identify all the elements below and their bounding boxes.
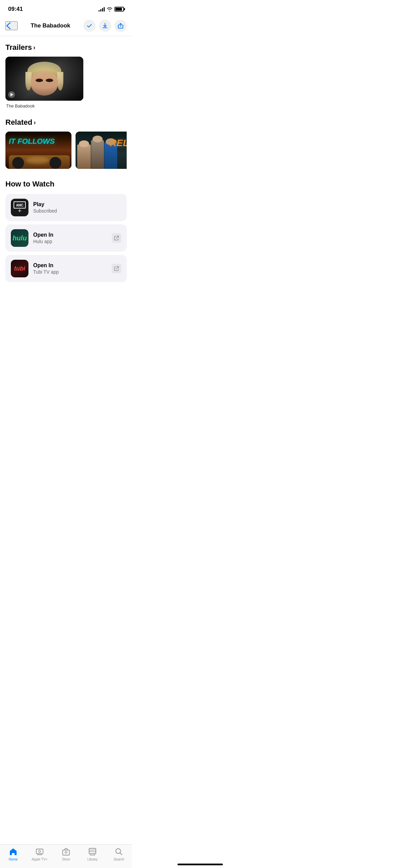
related-section: Related › IT FOLLOWS <box>5 118 127 170</box>
main-content: Trailers › <box>0 36 132 323</box>
tubi-app-icon: tubi <box>11 260 28 277</box>
status-time: 09:41 <box>8 6 23 13</box>
tubi-external-badge <box>112 264 121 273</box>
trailer-title: The Babadook <box>5 103 83 108</box>
checkmark-icon <box>86 23 92 29</box>
battery-icon <box>114 7 124 12</box>
how-to-watch-section: How to Watch AMC + Play Subscribed hul <box>5 180 127 282</box>
trailer-card[interactable]: The Babadook <box>5 57 83 108</box>
hulu-watch-card[interactable]: hulu Open In Hulu app <box>5 224 127 252</box>
amc-subtext: Subscribed <box>33 208 121 214</box>
signal-icon <box>99 7 105 12</box>
hulu-watch-info: Open In Hulu app <box>33 232 107 244</box>
related-scroll: IT FOLLOWS <box>5 132 127 170</box>
how-to-watch-title: How to Watch <box>5 180 127 189</box>
hulu-subtext: Hulu app <box>33 239 107 244</box>
external-link-icon <box>114 236 119 240</box>
trailer-thumbnail <box>5 57 83 101</box>
back-button[interactable] <box>5 21 18 30</box>
related-header[interactable]: Related › <box>5 118 127 127</box>
nav-header: The Babadook <box>0 17 132 36</box>
trailers-chevron: › <box>33 44 35 51</box>
related-chevron: › <box>34 119 36 126</box>
tubi-action: Open In <box>33 262 107 269</box>
tubi-watch-card[interactable]: tubi Open In Tubi TV app <box>5 255 127 282</box>
tubi-subtext: Tubi TV app <box>33 269 107 275</box>
watch-options: AMC + Play Subscribed hulu Open In Hulu … <box>5 194 127 282</box>
share-icon <box>118 23 124 29</box>
hulu-external-badge <box>112 233 121 243</box>
checkmark-button[interactable] <box>83 20 96 32</box>
page-title: The Babadook <box>30 22 70 29</box>
related-card-it-follows[interactable]: IT FOLLOWS <box>5 132 71 169</box>
amc-app-icon: AMC + <box>11 199 28 216</box>
download-icon <box>102 23 108 29</box>
related-title: Related <box>5 118 32 127</box>
trailers-section: Trailers › <box>5 43 127 108</box>
hulu-action: Open In <box>33 232 107 238</box>
external-link-icon-tubi <box>114 266 119 271</box>
amc-watch-card[interactable]: AMC + Play Subscribed <box>5 194 127 221</box>
it-follows-title: IT FOLLOWS <box>9 138 55 145</box>
trailers-header[interactable]: Trailers › <box>5 43 127 52</box>
nav-actions <box>83 20 127 32</box>
relic-background: RELIC <box>76 132 127 169</box>
trailers-title: Trailers <box>5 43 32 52</box>
tubi-watch-info: Open In Tubi TV app <box>33 262 107 275</box>
download-button[interactable] <box>99 20 111 32</box>
wifi-icon <box>107 7 112 12</box>
hulu-app-icon: hulu <box>11 229 28 247</box>
relic-title: RELIC <box>110 138 127 149</box>
status-icons <box>99 7 124 12</box>
amc-action: Play <box>33 201 121 208</box>
amc-watch-info: Play Subscribed <box>33 201 121 214</box>
status-bar: 09:41 <box>0 0 132 17</box>
it-follows-background: IT FOLLOWS <box>5 132 71 169</box>
share-button[interactable] <box>114 20 127 32</box>
related-card-relic[interactable]: RELIC <box>76 132 127 169</box>
